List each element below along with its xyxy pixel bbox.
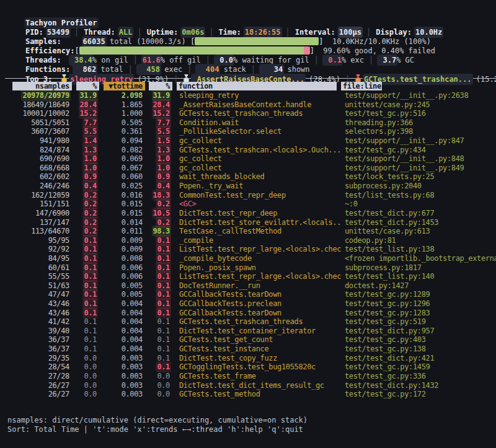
direct-pct-cell: 0.1 — [72, 290, 99, 299]
file-line-cell: test/lock_tests.py:25 — [341, 172, 496, 182]
table-row[interactable]: 137/1470.20.0140.2DictTest.test_store_ev… — [7, 218, 496, 227]
table-row[interactable]: 36/370.10.0040.1GCTests.test_instancetes… — [7, 345, 496, 354]
function-cell: gc_collect — [172, 164, 341, 173]
table-row[interactable]: 55/550.10.0060.1ListTest.test_repr_large… — [7, 272, 496, 281]
efficiency-bar — [79, 46, 310, 55]
nsamples-cell: 36/37 — [7, 345, 72, 354]
function-cell: TestCase._callTestMethod — [172, 227, 341, 236]
tottime-cell: 0.004 — [99, 299, 145, 309]
cumulative-pct-cell: 0.1 — [145, 245, 172, 254]
nsamples-cell: 95/95 — [7, 236, 72, 245]
tottime-cell: 0.003 — [99, 390, 145, 399]
direct-pct-cell: 15.2 — [72, 109, 99, 118]
functions-exec-suffix: exec — [160, 65, 182, 74]
direct-pct-cell: 31.9 — [72, 91, 99, 100]
table-row[interactable]: 602/6020.90.0600.9wait_threads_blockedte… — [7, 172, 496, 182]
file-line-cell: ~:0 — [341, 200, 496, 209]
table-row[interactable]: 41/420.10.0040.1GCTests.test_trashcan_th… — [7, 317, 496, 327]
exc-suffix: % exc — [342, 56, 364, 64]
table-row[interactable]: 20978/2097931.92.09831.9sleeping_retryte… — [7, 91, 496, 100]
table-row[interactable]: 28/540.00.0030.1GCTogglingTests.test_bug… — [7, 362, 496, 372]
file-line-cell: test/support/__init__.py:849 — [341, 164, 496, 173]
cumulative-pct-cell: 0.1 — [145, 327, 172, 336]
nsamples-cell: 246/246 — [7, 182, 72, 191]
nsamples-cell: 28/54 — [7, 362, 72, 372]
table-row[interactable]: 162/120590.20.01618.3CommonTest.test_rep… — [7, 191, 496, 200]
nsamples-cell: 51/63 — [7, 281, 72, 291]
file-line-cell: test/test_gc.py:519 — [341, 317, 496, 327]
column-header-nsamples[interactable]: nsamples — [12, 82, 72, 90]
table-row[interactable]: 5051/50517.70.5057.7Condition.waitthread… — [7, 118, 496, 128]
cumulative-pct-cell: 0.1 — [145, 263, 172, 273]
table-row[interactable]: 84/950.10.0080.1_compile_bytecode<frozen… — [7, 254, 496, 263]
cumulative-pct-cell: 0.9 — [145, 172, 172, 182]
table-row[interactable]: 18649/1864928.41.86528.4_AssertRaisesBas… — [7, 100, 496, 110]
table-row[interactable]: 26/270.00.0030.0GCTests.test_methodtest/… — [7, 390, 496, 399]
tottime-cell: 0.009 — [99, 245, 145, 254]
efficiency-bar-close: ] — [310, 46, 314, 55]
uptime-value: 0m06s — [182, 28, 204, 37]
table-row[interactable]: 51/630.10.0050.1DocTestRunner.__rundocte… — [7, 281, 496, 291]
table-row[interactable]: 92/920.10.0090.1ListTest.test_repr_large… — [7, 245, 496, 254]
table-row[interactable]: 27/280.00.0030.0GCTests.test_frametest/t… — [7, 372, 496, 381]
table-row[interactable]: 26/270.00.0030.0DictTest.test_dict_items… — [7, 381, 496, 390]
direct-pct-cell: 0.1 — [72, 245, 99, 254]
cumulative-pct-cell: 28.4 — [145, 100, 172, 110]
table-row[interactable]: 113/646700.20.01198.3TestCase._callTestM… — [7, 227, 496, 236]
column-header-direct-pct[interactable]: % — [76, 82, 99, 90]
table-row[interactable]: 60/610.10.0060.1Popen._posix_spawnsubpro… — [7, 263, 496, 273]
function-cell: wait_threads_blocked — [172, 172, 341, 182]
table-row[interactable]: 824/8741.30.0821.3GCTests.test_trashcan.… — [7, 146, 496, 155]
function-cell: ListTest.test_repr_large.<locals>.check — [172, 272, 341, 281]
direct-pct-cell: 0.1 — [72, 327, 99, 336]
table-row[interactable]: 941/9801.40.0941.5gc_collecttest/support… — [7, 136, 496, 146]
nsamples-cell: 92/92 — [7, 245, 72, 254]
cumulative-pct-cell: 0.1 — [145, 254, 172, 263]
table-row[interactable]: 151/1510.20.0150.2<GC>~:0 — [7, 200, 496, 209]
table-row[interactable]: 3607/36075.50.3615.5_PollLikeSelector.se… — [7, 127, 496, 136]
tottime-cell: 0.006 — [99, 263, 145, 273]
table-row[interactable]: 36/370.10.0040.1GCTests.test_get_countte… — [7, 335, 496, 345]
function-cell: DictTest.test_store_evilattr.<locals... — [172, 218, 341, 227]
function-cell: gc_collect — [172, 136, 341, 146]
table-row[interactable]: 29/350.00.0030.1DictTest.test_copy_fuzzt… — [7, 354, 496, 363]
file-line-cell: test/test_gc.py:1283 — [341, 309, 496, 318]
separator: │ — [366, 28, 371, 37]
app-title: Tachyon Profiler — [25, 19, 97, 27]
nsamples-cell: 26/27 — [7, 390, 72, 399]
column-header-function[interactable]: function — [177, 82, 337, 90]
cumulative-pct-cell: 1.0 — [145, 164, 172, 173]
functions-total: 862 — [74, 65, 96, 74]
pid-label: PID: — [25, 28, 43, 37]
off-gil-suffix: % off gil — [161, 56, 201, 64]
table-row[interactable]: 10001/1000215.21.00015.2GCTests.test_tra… — [7, 109, 496, 118]
file-line-cell: test/test_gc.py:1289 — [341, 290, 496, 299]
profiler-terminal: Tachyon Profiler PID:53499│Thread:ALL│Up… — [0, 0, 496, 434]
nsamples-legend: nsamples: direct/cumulative (direct=exec… — [7, 416, 496, 425]
column-header-file-line[interactable]: file:line — [341, 82, 382, 90]
direct-pct-cell: 0.9 — [72, 172, 99, 182]
table-row[interactable]: 246/2460.40.0250.4Popen._try_waitsubproc… — [7, 182, 496, 191]
direct-pct-cell: 0.0 — [72, 381, 99, 390]
separator: │ — [133, 56, 138, 64]
table-row[interactable]: 43/460.10.0040.1GCCallbackTests.tearDown… — [7, 309, 496, 318]
function-cell: GCTests.test_instance — [172, 345, 341, 354]
cumulative-pct-cell: 31.9 — [145, 91, 172, 100]
table-row[interactable]: 39/400.10.0040.1DictTest.test_container_… — [7, 327, 496, 336]
table-row[interactable]: 47/470.10.0050.1GCCallbackTests.tearDown… — [7, 290, 496, 299]
samples-count: 66035 — [83, 37, 105, 46]
table-row[interactable]: 668/6681.00.0671.0gc_collecttest/support… — [7, 164, 496, 173]
column-header-tottime-sorted[interactable]: ▼tottime — [104, 82, 145, 90]
tottime-cell: 0.082 — [99, 146, 145, 155]
table-row[interactable]: 147/69000.20.01510.5DictTest.test_repr_d… — [7, 209, 496, 218]
table-row[interactable]: 43/460.10.0040.1GCCallbackTests.preclean… — [7, 299, 496, 309]
tottime-cell: 2.098 — [99, 91, 145, 100]
table-row[interactable]: 95/950.10.0090.1_compilecodeop.py:81 — [7, 236, 496, 245]
column-header-cumulative-pct[interactable]: % — [149, 82, 172, 90]
thread-value[interactable]: ALL — [119, 28, 133, 37]
table-row[interactable]: 690/6901.00.0691.0gc_collecttest/support… — [7, 154, 496, 164]
nsamples-cell: 47/47 — [7, 290, 72, 299]
waiting-gil-value: 0.0 — [215, 56, 233, 64]
direct-pct-cell: 0.1 — [72, 309, 99, 318]
separator: │ — [314, 56, 319, 64]
